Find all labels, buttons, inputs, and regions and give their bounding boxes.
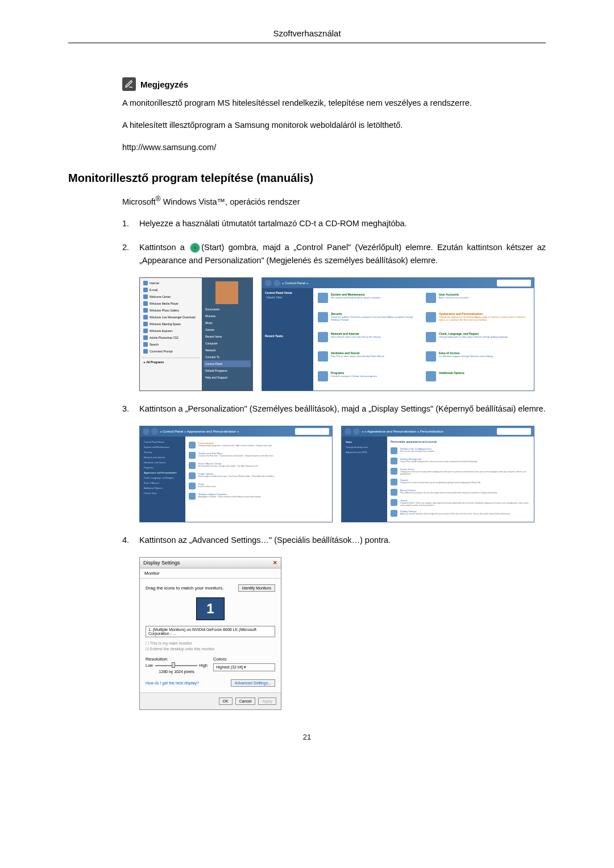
header-divider bbox=[68, 43, 546, 43]
resolution-value: 1280 by 1024 pixels bbox=[146, 670, 208, 674]
section-heading: Monitorillesztő program telepítése (manu… bbox=[68, 172, 546, 185]
cancel-button: Cancel bbox=[235, 697, 256, 705]
note-icon bbox=[122, 77, 136, 91]
section-subtext: Microsoft® Windows Vista™, operációs ren… bbox=[122, 195, 546, 206]
resolution-label: Resolution: bbox=[146, 657, 208, 662]
note-title: Megjegyzés bbox=[140, 80, 188, 89]
ds-instruction: Drag the icons to match your monitors. bbox=[146, 585, 223, 591]
step-4: Kattintson az „Advanced Settings…" (Spec… bbox=[122, 534, 546, 547]
close-icon: ✕ bbox=[273, 560, 277, 566]
colors-dropdown: Highest (32 bit) ▾ bbox=[213, 663, 275, 671]
identify-monitors-button: Identify Monitors bbox=[238, 584, 275, 592]
help-link: How do I get the best display? bbox=[146, 681, 199, 685]
step-1: Helyezze a használati útmutatót tartalma… bbox=[122, 217, 546, 230]
monitor-preview: 1 bbox=[196, 597, 225, 620]
page-number: 21 bbox=[68, 733, 546, 741]
start-menu-screenshot: Internet E-mail Welcome Center Windows M… bbox=[139, 277, 253, 391]
ds-tab-monitor: Monitor bbox=[140, 568, 281, 579]
personalization-screenshot: « » Appearance and Personalization » Per… bbox=[341, 426, 534, 522]
ds-title-text: Display Settings bbox=[143, 560, 180, 566]
note-paragraph-1: A monitorillesztő program MS hitelesítés… bbox=[122, 97, 546, 110]
step-3: Kattintson a „Personalization" (Személye… bbox=[122, 402, 546, 416]
display-settings-screenshot: Display Settings ✕ Monitor Drag the icon… bbox=[139, 557, 281, 710]
note-url: http://www.samsung.com/ bbox=[122, 141, 546, 154]
advanced-settings-button: Advanced Settings... bbox=[231, 679, 275, 687]
check-main-monitor: ☐ This is my main monitor bbox=[146, 641, 275, 646]
windows-start-icon bbox=[190, 243, 200, 253]
step-2: Kattintson a (Start) gombra, majd a „Con… bbox=[122, 241, 546, 267]
ok-button: OK bbox=[219, 697, 233, 705]
control-panel-screenshot: « Control Panel » Control Panel Home Cla… bbox=[262, 277, 534, 391]
resolution-slider bbox=[155, 665, 197, 666]
monitor-dropdown: 1. (Multiple Monitors) on NVIDIA GeForce… bbox=[146, 626, 275, 637]
page-header: Szoftverhasználat bbox=[68, 28, 546, 38]
appearance-personalization-screenshot: « Control Panel » Appearance and Persona… bbox=[139, 426, 333, 522]
apply-button: Apply bbox=[258, 697, 276, 705]
check-extend-desktop: ☑ Extend the desktop onto this monitor bbox=[146, 646, 275, 652]
note-paragraph-2: A hitelesített illesztőprogram a Samsung… bbox=[122, 119, 546, 132]
colors-label: Colors: bbox=[213, 657, 275, 662]
